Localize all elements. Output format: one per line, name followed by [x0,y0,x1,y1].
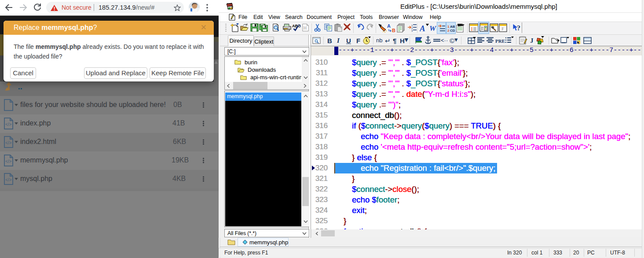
svg-text:H: H [304,25,307,30]
svg-text:W: W [429,24,437,32]
svg-text:CD: CD [450,29,455,32]
svg-text:</>: </> [5,177,12,182]
svg-text:AB: AB [450,25,455,29]
svg-text:</>: </> [5,140,12,145]
svg-text:A: A [387,23,391,29]
svg-text:2: 2 [447,29,450,32]
svg-text:B: B [392,28,395,33]
svg-text:F: F [501,26,504,31]
svg-text:?: ? [517,24,520,32]
svg-text:3: 3 [411,29,413,32]
svg-text:A: A [420,24,425,32]
svg-text:</>: </> [5,122,12,127]
svg-text:</>: </> [5,159,12,164]
svg-text:1: 1 [447,25,450,29]
